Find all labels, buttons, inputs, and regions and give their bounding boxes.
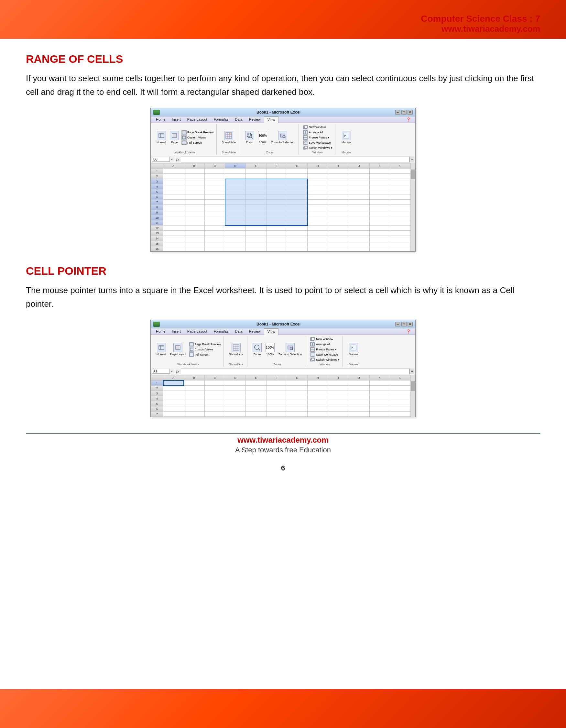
- cell-F3[interactable]: [266, 179, 287, 184]
- cell2-L3[interactable]: [390, 391, 411, 396]
- cell-J6[interactable]: [349, 194, 369, 200]
- cell-I1[interactable]: [328, 169, 349, 174]
- cell2-K6[interactable]: [369, 406, 390, 412]
- cell-A7[interactable]: [163, 200, 184, 205]
- cell2-H1[interactable]: [307, 381, 328, 386]
- cell-G3[interactable]: [287, 179, 307, 184]
- tab-formulas-1[interactable]: Formulas: [211, 116, 232, 123]
- cell-D9[interactable]: [225, 210, 246, 215]
- cell2-B2[interactable]: [184, 386, 205, 391]
- switch-windows-btn-2[interactable]: Switch Windows ▾: [310, 358, 339, 362]
- cell-I11[interactable]: [328, 220, 349, 226]
- zoom-100-btn-2[interactable]: 100% 100%: [264, 342, 276, 357]
- cell-D10[interactable]: [225, 215, 246, 220]
- cell-C6[interactable]: [205, 194, 225, 200]
- cell-C10[interactable]: [205, 215, 225, 220]
- cell-B15[interactable]: [184, 241, 205, 246]
- cell2-J5[interactable]: [349, 401, 369, 406]
- cell-G12[interactable]: [287, 226, 307, 231]
- cell-K16[interactable]: [369, 246, 390, 251]
- cell-I3[interactable]: [328, 179, 349, 184]
- cell2-D4[interactable]: [225, 396, 246, 401]
- macros-btn[interactable]: M Macros: [340, 130, 352, 145]
- cell-B8[interactable]: [184, 205, 205, 210]
- cell2-H6[interactable]: [307, 406, 328, 412]
- full-screen-btn-2[interactable]: Full Screen: [189, 352, 221, 357]
- cell2-J7[interactable]: [349, 412, 369, 417]
- cell-G11[interactable]: [287, 220, 307, 226]
- minimize-button-2[interactable]: ─: [395, 322, 400, 326]
- cell2-G1[interactable]: [287, 381, 307, 386]
- close-button[interactable]: ✕: [407, 110, 413, 115]
- cell-J2[interactable]: [349, 174, 369, 179]
- cell-G8[interactable]: [287, 205, 307, 210]
- cell2-E1[interactable]: [246, 381, 267, 386]
- cell-D14[interactable]: [225, 236, 246, 241]
- cell-C2[interactable]: [205, 174, 225, 179]
- cell-C16[interactable]: [205, 246, 225, 251]
- cell-I8[interactable]: [328, 205, 349, 210]
- cell2-B3[interactable]: [184, 391, 205, 396]
- tab-formulas-2[interactable]: Formulas: [211, 328, 232, 335]
- cell2-I1[interactable]: [328, 381, 349, 386]
- cell2-F7[interactable]: [266, 412, 287, 417]
- cell-F5[interactable]: [266, 189, 287, 194]
- cell-L5[interactable]: [390, 189, 411, 194]
- cell-K14[interactable]: [369, 236, 390, 241]
- arrange-all-btn-2[interactable]: Arrange All: [310, 342, 330, 347]
- custom-views-btn-2[interactable]: Custom Views: [189, 347, 221, 352]
- cell-H7[interactable]: [307, 200, 328, 205]
- help-button-2[interactable]: ❓: [404, 328, 413, 335]
- cell-B9[interactable]: [184, 210, 205, 215]
- cell-C7[interactable]: [205, 200, 225, 205]
- cell-E4[interactable]: [246, 184, 267, 189]
- cell2-I6[interactable]: [328, 406, 349, 412]
- tab-review-2[interactable]: Review: [246, 328, 264, 335]
- cell-D2[interactable]: [225, 174, 246, 179]
- cell-L9[interactable]: [390, 210, 411, 215]
- cell-A9[interactable]: [163, 210, 184, 215]
- cell-G16[interactable]: [287, 246, 307, 251]
- side-scrollbar-2[interactable]: [411, 375, 415, 417]
- cell-B4[interactable]: [184, 184, 205, 189]
- cell2-G3[interactable]: [287, 391, 307, 396]
- cell2-G6[interactable]: [287, 406, 307, 412]
- cell-H10[interactable]: [307, 215, 328, 220]
- cell2-F1[interactable]: [266, 381, 287, 386]
- cell-I13[interactable]: [328, 231, 349, 236]
- cell-G5[interactable]: [287, 189, 307, 194]
- cell-B1[interactable]: [184, 169, 205, 174]
- cell-C12[interactable]: [205, 226, 225, 231]
- cell2-A2[interactable]: [163, 386, 184, 391]
- cell-E5[interactable]: [246, 189, 267, 194]
- cell-A2[interactable]: [163, 174, 184, 179]
- cell2-A7[interactable]: [163, 412, 184, 417]
- cell2-B4[interactable]: [184, 396, 205, 401]
- cell-C8[interactable]: [205, 205, 225, 210]
- cell-J11[interactable]: [349, 220, 369, 226]
- custom-views-btn[interactable]: Custom Views: [182, 135, 214, 140]
- cell2-J3[interactable]: [349, 391, 369, 396]
- normal-btn-2[interactable]: Normal: [155, 342, 167, 357]
- cell2-A4[interactable]: [163, 396, 184, 401]
- cell-D13[interactable]: [225, 231, 246, 236]
- cell-I7[interactable]: [328, 200, 349, 205]
- cell-I14[interactable]: [328, 236, 349, 241]
- cell2-G2[interactable]: [287, 386, 307, 391]
- cell-G14[interactable]: [287, 236, 307, 241]
- cell-J9[interactable]: [349, 210, 369, 215]
- cell-D8[interactable]: [225, 205, 246, 210]
- cell-J1[interactable]: [349, 169, 369, 174]
- cell-B14[interactable]: [184, 236, 205, 241]
- cell-L14[interactable]: [390, 236, 411, 241]
- cell-J5[interactable]: [349, 189, 369, 194]
- cell-J13[interactable]: [349, 231, 369, 236]
- cell-D6[interactable]: [225, 194, 246, 200]
- cell-A12[interactable]: [163, 226, 184, 231]
- cell-H1[interactable]: [307, 169, 328, 174]
- cell-H3[interactable]: [307, 179, 328, 184]
- cell-F4[interactable]: [266, 184, 287, 189]
- cell2-F2[interactable]: [266, 386, 287, 391]
- cell2-L7[interactable]: [390, 412, 411, 417]
- cell-F12[interactable]: [266, 226, 287, 231]
